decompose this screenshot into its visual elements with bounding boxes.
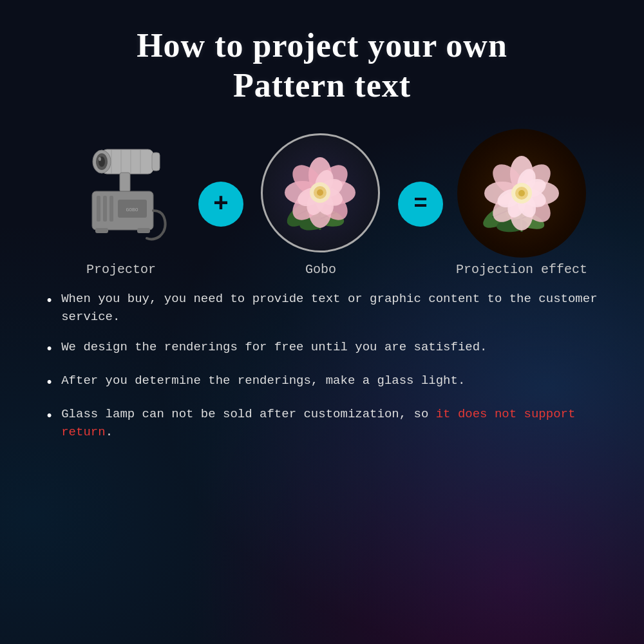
svg-rect-13 [103,196,107,222]
svg-point-4 [99,157,101,161]
projection-label: Projection effect [456,262,587,277]
gobo-image [256,132,385,254]
projector-item: GOBO Projector [57,132,185,277]
gobo-circle [261,133,380,252]
projection-circle [457,129,586,258]
svg-rect-14 [109,196,113,222]
projection-flower-icon [460,132,583,254]
svg-rect-18 [137,228,150,233]
gobo-flower-icon [267,140,374,246]
red-text-return: it does not support return [61,407,575,440]
plus-operator: + [198,182,243,227]
projector-label: Projector [86,262,156,277]
bullet-item-1: • When you buy, you need to provide text… [45,290,599,327]
gobo-label: Gobo [305,262,336,277]
projector-icon: GOBO [63,137,179,249]
bullet-item-3: • After you determine the renderings, ma… [45,372,599,393]
bullet-text-2: We design the renderings for free until … [61,338,487,357]
svg-point-40 [317,189,323,196]
svg-point-63 [518,190,525,196]
bullet-item-2: • We design the renderings for free unti… [45,338,599,360]
main-container: How to project your own Pattern text [0,0,644,479]
bullet-text-1: When you buy, you need to provide text o… [61,290,599,327]
gobo-item: Gobo [256,132,385,277]
svg-rect-5 [152,153,160,171]
svg-rect-10 [120,173,130,192]
diagram-row: GOBO Projector + [39,132,605,277]
bullet-text-4: Glass lamp can not be sold after customi… [61,405,599,442]
bullet-dot-1: • [45,290,53,312]
projection-image [457,132,586,254]
bullet-list: • When you buy, you need to provide text… [39,290,605,442]
svg-rect-12 [97,196,100,222]
bullet-item-4: • Glass lamp can not be sold after custo… [45,405,599,442]
page-title: How to project your own Pattern text [39,26,605,106]
bullet-dot-4: • [45,406,53,427]
svg-rect-17 [95,228,108,233]
bullet-text-3: After you determine the renderings, make… [61,372,465,390]
projector-image: GOBO [57,132,185,254]
bullet-dot-3: • [45,372,53,393]
equals-operator: = [398,182,443,227]
bullet-dot-2: • [45,339,53,360]
svg-text:GOBO: GOBO [126,207,138,213]
projection-item: Projection effect [456,132,587,277]
